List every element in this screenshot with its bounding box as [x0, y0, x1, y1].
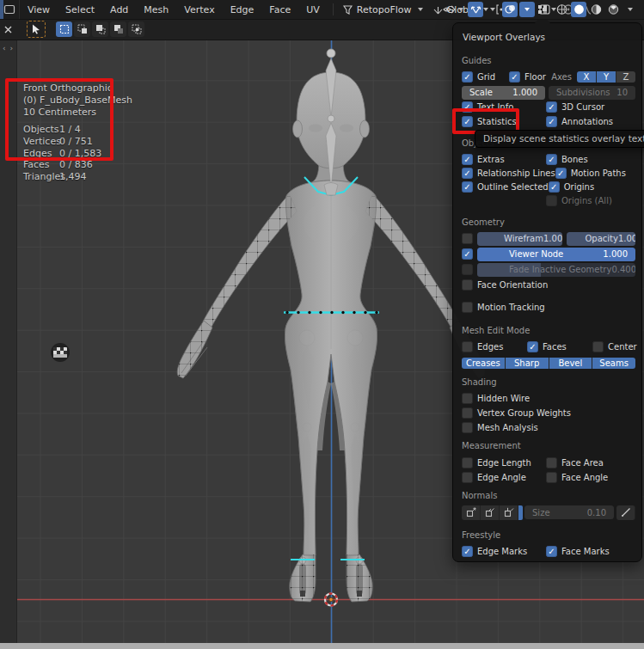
checkbox-motion-paths[interactable] — [555, 168, 567, 179]
checkbox-relationship-lines[interactable] — [462, 168, 473, 179]
menu-mesh[interactable]: Mesh — [136, 4, 176, 15]
axis-y-toggle[interactable]: Y — [597, 71, 616, 83]
select-extend-icon — [77, 24, 88, 34]
select-extend-button[interactable] — [74, 21, 90, 37]
grid-subdivisions-slider[interactable]: Subdivisions 10 — [549, 86, 635, 100]
chevron-down-icon — [524, 8, 530, 11]
menu-vertex[interactable]: Vertex — [176, 4, 222, 15]
wireframe-slider[interactable]: Wirefram 1.000 — [477, 232, 562, 246]
checkbox-face-orientation[interactable] — [462, 279, 473, 291]
menu-select[interactable]: Select — [58, 4, 102, 15]
checkbox-edge-angle[interactable] — [462, 472, 473, 483]
header-right-toggles — [441, 0, 639, 19]
viewport-marker-icon[interactable] — [51, 343, 70, 362]
vertex-normals-button[interactable] — [462, 505, 481, 520]
checkbox-extras[interactable] — [462, 154, 473, 165]
menu-edge[interactable]: Edge — [223, 4, 262, 15]
checkbox-edge-marks[interactable] — [462, 546, 473, 557]
shading-dropdown[interactable] — [623, 2, 638, 17]
pencil-icon — [621, 507, 631, 517]
checkbox-viewer-node[interactable] — [462, 248, 473, 260]
checkbox-vertex-group-weights[interactable] — [462, 407, 473, 419]
checkbox-fade-inactive[interactable] — [462, 264, 473, 275]
split-normals-button[interactable] — [481, 505, 500, 520]
select-invert-button[interactable] — [110, 21, 126, 37]
select-set-button[interactable] — [56, 21, 72, 37]
menu-add[interactable]: Add — [102, 4, 136, 15]
checkbox-annotations[interactable] — [546, 116, 557, 127]
face-normals-button[interactable] — [500, 505, 518, 520]
gizmos-toggle[interactable] — [537, 2, 552, 17]
checkbox-grid[interactable] — [462, 71, 473, 83]
menu-view[interactable]: View — [20, 4, 58, 15]
select-mode-buttons — [56, 21, 144, 37]
tweak-tool-button[interactable] — [27, 21, 46, 38]
view-name: Front Orthographic — [23, 83, 132, 95]
checkbox-face-marks[interactable] — [546, 546, 557, 557]
chevron-down-icon — [458, 8, 463, 11]
checkbox-bones[interactable] — [546, 154, 557, 165]
shading-material-button[interactable] — [588, 2, 604, 17]
retopoflow-icon — [342, 4, 353, 15]
section-measurement: Measurement — [462, 441, 521, 450]
active-object-name: (0) F_uBody_BaseMesh — [23, 95, 132, 107]
editor-type-icon[interactable] — [0, 0, 20, 19]
checkbox-edges[interactable] — [462, 341, 473, 352]
close-button[interactable] — [2, 23, 15, 36]
checkbox-3d-cursor[interactable] — [546, 101, 557, 113]
label-text-info: Text Info — [477, 102, 513, 112]
checkbox-face-angle[interactable] — [546, 472, 557, 483]
sharp-toggle[interactable]: Sharp — [506, 358, 549, 369]
visibility-dropdown[interactable] — [442, 2, 466, 17]
mirror-arrows-dropdown[interactable] — [485, 2, 500, 17]
checkbox-motion-tracking[interactable] — [462, 302, 473, 313]
checkbox-mesh-analysis[interactable] — [462, 422, 473, 433]
section-shading: Shading — [462, 377, 497, 387]
checkbox-outline-selected[interactable] — [462, 181, 473, 193]
checkbox-hidden-wire[interactable] — [462, 393, 473, 404]
collapsed-toolbar-strip[interactable]: ‹ › — [0, 40, 17, 643]
menu-uv[interactable]: UV — [298, 4, 328, 15]
shading-solid-button[interactable] — [571, 2, 586, 17]
axis-z-toggle[interactable]: Z — [616, 71, 635, 83]
checkbox-text-info[interactable] — [462, 101, 473, 113]
checkbox-floor[interactable] — [509, 71, 520, 83]
viewer-node-slider[interactable]: Viewer Node 1.000 — [477, 248, 635, 261]
label-face-angle: Face Angle — [561, 473, 608, 482]
checkbox-edge-length[interactable] — [462, 457, 473, 468]
normals-active-sliver[interactable] — [518, 505, 523, 520]
creases-toggle[interactable]: Creases — [462, 358, 506, 369]
menu-face[interactable]: Face — [261, 4, 298, 15]
shading-solid-icon — [573, 3, 586, 15]
overlays-toggle[interactable] — [502, 2, 518, 17]
label-outline-selected: Outline Selected — [477, 182, 549, 192]
checkbox-center[interactable] — [592, 341, 604, 352]
label-extras: Extras — [477, 155, 505, 164]
label-3d-cursor: 3D Cursor — [561, 102, 604, 112]
label-faces: Faces — [543, 342, 567, 352]
checkbox-statistics[interactable] — [462, 116, 473, 127]
toolbar-expand-chevron-icon[interactable]: ‹ › — [3, 44, 14, 52]
normals-constant-size-button[interactable] — [616, 505, 635, 520]
checkbox-face-area[interactable] — [546, 457, 557, 468]
shading-wireframe-icon — [555, 3, 568, 15]
opacity-slider[interactable]: Opacity 1.000 — [567, 232, 635, 246]
label-edge-marks: Edge Marks — [477, 547, 527, 556]
overlays-dropdown[interactable] — [519, 2, 535, 17]
checkbox-faces[interactable] — [527, 341, 538, 352]
shading-wireframe-button[interactable] — [554, 2, 569, 17]
seams-toggle[interactable]: Seams — [592, 358, 635, 369]
checkbox-origins[interactable] — [549, 181, 560, 193]
select-intersect-button[interactable] — [128, 21, 144, 37]
checkbox-wireframe[interactable] — [462, 233, 473, 244]
shading-rendered-button[interactable] — [605, 2, 621, 17]
grid-scale-slider[interactable]: Scale 1.000 — [462, 86, 545, 100]
mirror-arrows-toggle[interactable] — [468, 2, 483, 17]
checkbox-origins-all[interactable] — [546, 195, 557, 206]
axis-x-toggle[interactable]: X — [577, 71, 597, 83]
fade-inactive-slider[interactable]: Fade Inactive Geometry 0.400 — [477, 263, 635, 277]
select-subtract-button[interactable] — [92, 21, 108, 37]
bevel-toggle[interactable]: Bevel — [549, 358, 593, 369]
normals-size-slider[interactable]: Size 0.10 — [524, 505, 614, 519]
retopoflow-dropdown[interactable]: RetopoFlow — [339, 4, 429, 15]
